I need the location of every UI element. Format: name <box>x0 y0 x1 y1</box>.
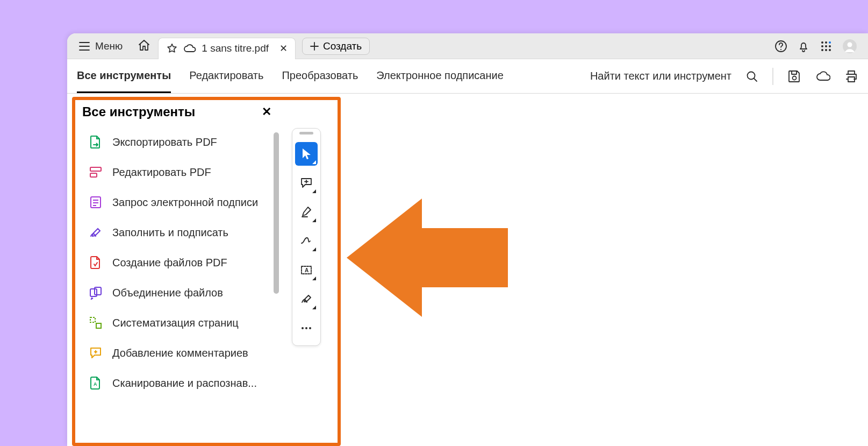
tools-panel-header: Все инструменты ✕ <box>67 94 282 124</box>
svg-point-3 <box>825 41 827 44</box>
print-icon[interactable] <box>844 69 858 83</box>
tool-scan-ocr[interactable]: A Сканирование и распознав... <box>67 368 282 398</box>
export-pdf-icon <box>89 135 103 149</box>
fill-sign-icon <box>89 225 103 239</box>
tool-label: Добавление комментариев <box>112 347 248 359</box>
chevron-corner-icon <box>312 306 316 309</box>
tools-list: Экспортировать PDF Редактировать PDF Зап… <box>67 124 282 401</box>
sign-tool[interactable] <box>295 287 318 311</box>
edit-pdf-icon <box>89 165 103 179</box>
tool-fill-sign[interactable]: Заполнить и подписать <box>67 217 282 247</box>
scan-ocr-icon: A <box>89 376 103 390</box>
app-window: Меню 1 sans titre.pdf ✕ Создать <box>67 33 868 446</box>
quick-tools-strip: A <box>292 128 321 346</box>
svg-point-6 <box>825 45 827 47</box>
svg-text:A: A <box>94 381 97 387</box>
tools-panel-title: Все инструменты <box>82 104 195 119</box>
home-icon <box>138 39 150 52</box>
svg-rect-21 <box>90 317 95 322</box>
combine-files-icon <box>89 286 103 300</box>
svg-point-4 <box>829 41 831 44</box>
comment-tool[interactable] <box>295 171 318 195</box>
tool-create-pdf[interactable]: Создание файлов PDF <box>67 247 282 278</box>
chevron-corner-icon <box>312 247 316 251</box>
profile-icon[interactable] <box>842 39 857 54</box>
svg-marker-29 <box>347 199 508 317</box>
create-pdf-icon <box>89 256 103 270</box>
cloud-sync-icon[interactable] <box>815 70 830 82</box>
svg-point-27 <box>305 327 307 329</box>
tool-export-pdf[interactable]: Экспортировать PDF <box>67 127 282 157</box>
nav-all-tools[interactable]: Все инструменты <box>77 60 171 93</box>
tool-label: Запрос электронной подписи <box>112 196 258 209</box>
svg-rect-22 <box>96 323 101 328</box>
more-tools[interactable] <box>295 316 318 340</box>
tools-panel: Все инструменты ✕ Экспортировать PDF Ред… <box>67 94 282 446</box>
tool-label: Редактировать PDF <box>112 166 211 179</box>
tool-edit-pdf[interactable]: Редактировать PDF <box>67 157 282 187</box>
toolbar-right: Найти текст или инструмент <box>590 68 858 85</box>
chevron-corner-icon <box>312 160 316 164</box>
tool-label: Заполнить и подписать <box>112 226 228 239</box>
svg-point-10 <box>829 49 831 51</box>
tool-label: Создание файлов PDF <box>112 257 227 269</box>
apps-icon[interactable] <box>820 40 833 53</box>
titlebar: Меню 1 sans titre.pdf ✕ Создать <box>67 33 868 59</box>
organize-pages-icon <box>89 316 103 330</box>
svg-point-9 <box>825 49 827 51</box>
help-icon[interactable] <box>774 40 787 53</box>
drag-handle[interactable] <box>299 132 313 134</box>
add-comments-icon <box>89 346 103 360</box>
select-tool[interactable] <box>295 142 318 166</box>
hamburger-icon <box>79 41 90 51</box>
tool-combine-files[interactable]: Объединение файлов <box>67 278 282 308</box>
svg-point-1 <box>780 48 781 49</box>
svg-point-7 <box>829 45 831 47</box>
document-tab[interactable]: 1 sans titre.pdf ✕ <box>158 38 296 59</box>
svg-point-5 <box>821 45 823 47</box>
star-icon[interactable] <box>166 43 178 54</box>
tool-organize-pages[interactable]: Систематизация страниц <box>67 308 282 338</box>
tool-label: Систематизация страниц <box>112 317 239 329</box>
tool-label: Сканирование и распознав... <box>112 377 257 390</box>
draw-tool[interactable] <box>295 229 318 253</box>
chevron-corner-icon <box>312 277 316 280</box>
create-button[interactable]: Создать <box>302 38 370 55</box>
tool-label: Объединение файлов <box>112 287 223 299</box>
search-icon[interactable] <box>745 70 758 83</box>
tools-panel-close[interactable]: ✕ <box>262 105 271 119</box>
save-disk-icon[interactable] <box>787 69 801 83</box>
svg-point-26 <box>302 327 304 329</box>
svg-rect-17 <box>90 173 97 177</box>
content-area: Все инструменты ✕ Экспортировать PDF Ред… <box>67 94 868 446</box>
nav-edit[interactable]: Редактировать <box>189 60 263 93</box>
svg-rect-16 <box>90 167 101 171</box>
bell-icon[interactable] <box>797 40 810 53</box>
svg-text:A: A <box>305 267 309 273</box>
close-tab-button[interactable]: ✕ <box>279 43 288 54</box>
menu-button[interactable]: Меню <box>71 37 130 55</box>
svg-point-2 <box>821 41 823 44</box>
menu-label: Меню <box>95 40 123 52</box>
secondary-toolbar: Все инструменты Редактировать Преобразов… <box>67 59 868 94</box>
home-button[interactable] <box>132 37 156 56</box>
tool-request-esign[interactable]: Запрос электронной подписи <box>67 187 282 217</box>
highlight-tool[interactable] <box>295 200 318 224</box>
cloud-icon <box>183 44 196 53</box>
chevron-corner-icon <box>312 218 316 222</box>
nav-convert[interactable]: Преобразовать <box>282 60 358 93</box>
nav-esign[interactable]: Электронное подписание <box>376 60 503 93</box>
create-label: Создать <box>323 40 362 52</box>
scrollbar-thumb[interactable] <box>274 132 279 294</box>
plus-icon <box>310 42 319 51</box>
tool-add-comments[interactable]: Добавление комментариев <box>67 338 282 368</box>
tab-title: 1 sans titre.pdf <box>202 43 269 54</box>
request-esign-icon <box>89 195 103 209</box>
titlebar-right <box>774 39 868 54</box>
svg-point-28 <box>309 327 311 329</box>
tool-label: Экспортировать PDF <box>112 136 217 148</box>
arrow-annotation <box>347 199 508 317</box>
textbox-tool[interactable]: A <box>295 258 318 282</box>
svg-point-15 <box>793 76 797 80</box>
search-placeholder-text[interactable]: Найти текст или инструмент <box>590 70 731 82</box>
